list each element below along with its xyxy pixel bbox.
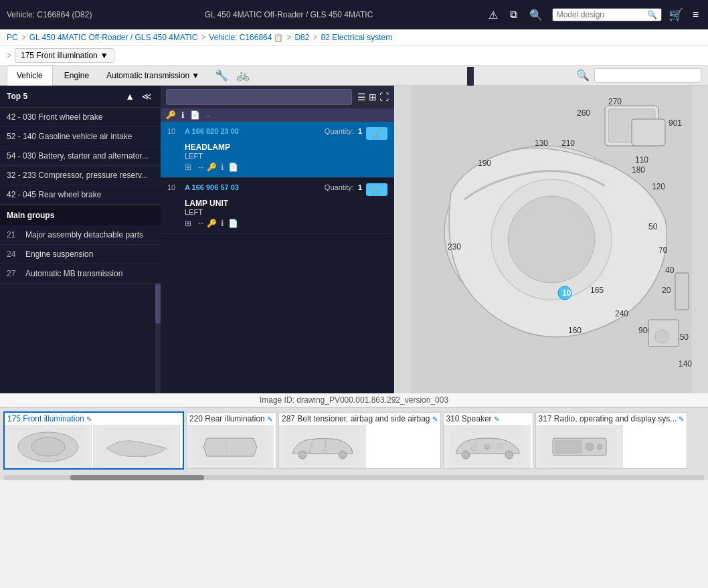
doc-icon[interactable]: 📄 — [190, 110, 200, 120]
thumb-220-edit-icon[interactable]: ✎ — [267, 415, 272, 423]
part-2-cart-btn[interactable]: 🛒 — [366, 183, 387, 196]
breadcrumb-second: > 175 Front illumination ▼ — [0, 46, 708, 66]
top5-header: Top 5 ▲ ≪ — [0, 86, 161, 108]
group-27[interactable]: 27 Automatic MB transmission — [0, 264, 161, 284]
thumb-310-label: 310 Speaker ✎ — [444, 413, 533, 425]
part-1-doc-icon[interactable]: 📄 — [228, 163, 238, 172]
top5-item-2[interactable]: 52 - 140 Gasoline vehicle air intake — [0, 127, 161, 146]
svg-text:180: 180 — [632, 165, 645, 175]
svg-text:190: 190 — [478, 159, 491, 168]
parts-search-input[interactable] — [166, 89, 352, 105]
thumb-287-edit-icon[interactable]: ✎ — [432, 415, 438, 423]
tab-vehicle[interactable]: Vehicle — [7, 66, 53, 86]
tab-search-input[interactable] — [594, 68, 701, 83]
scroll-indicator[interactable] — [3, 475, 705, 480]
cart-icon-btn[interactable]: 🛒 — [669, 7, 683, 22]
main-layout: Top 5 ▲ ≪ 42 - 030 Front wheel brake 52 … — [0, 86, 708, 393]
part-2-key-icon[interactable]: 🔑 — [207, 219, 217, 228]
part-2-grid-icon[interactable]: ⊞ — [185, 219, 191, 228]
key-icon[interactable]: 🔑 — [166, 110, 176, 120]
model-label: GL 450 4MATIC Off-Roader / GLS 450 4MATI… — [102, 10, 475, 19]
thumbnail-317[interactable]: 317 Radio, operating and display sys... … — [535, 412, 688, 469]
warning-icon-btn[interactable]: ⚠ — [486, 7, 501, 23]
part-1-grid-icon[interactable]: ⊞ — [185, 163, 191, 172]
top5-item-1[interactable]: 42 - 030 Front wheel brake — [0, 108, 161, 127]
info-icon[interactable]: ℹ — [181, 110, 185, 120]
thumb-310-img[interactable] — [444, 425, 531, 468]
thumb-175-img2[interactable] — [93, 425, 180, 468]
thumb-220-img[interactable] — [187, 425, 274, 468]
tool-icon-1[interactable]: 🔧 — [213, 68, 230, 83]
top5-close-btn[interactable]: ≪ — [140, 91, 154, 102]
top5-collapse-btn[interactable]: ▲ — [123, 91, 137, 102]
thumb-287-label: 287 Belt tensioner, airbag and side airb… — [279, 413, 440, 425]
thumbnails-section: 175 Front illumination ✎ — [0, 407, 708, 480]
more-icon-btn[interactable]: ≡ — [690, 7, 701, 22]
svg-text:130: 130 — [535, 138, 548, 148]
svg-text:120: 120 — [652, 182, 665, 191]
thumb-220-label: 220 Rear illumination ✎ — [187, 413, 276, 425]
thumbnail-287[interactable]: 287 Belt tensioner, airbag and side airb… — [278, 412, 441, 469]
svg-point-45 — [462, 451, 470, 459]
group-21[interactable]: 21 Major assembly detachable parts — [0, 225, 161, 245]
top5-item-4[interactable]: 32 - 233 Compressor, pressure reserv... — [0, 166, 161, 185]
copy-vehicle-icon[interactable]: 📋 — [274, 33, 283, 42]
part-item-2[interactable]: 10 A 166 906 57 03 Quantity: 1 🛒 LAMP UN… — [161, 178, 394, 234]
grid-view-btn[interactable]: ⊞ — [369, 92, 377, 102]
svg-text:230: 230 — [448, 242, 461, 252]
thumbnail-220[interactable]: 220 Rear illumination ✎ — [186, 412, 276, 469]
list-view-btn[interactable]: ☰ — [357, 92, 366, 102]
thumb-317-edit-icon[interactable]: ✎ — [679, 415, 684, 423]
tab-automatic-transmission[interactable]: Automatic transmission ▼ — [100, 66, 205, 85]
scroll-thumb[interactable] — [70, 475, 204, 480]
breadcrumb-vehicle[interactable]: Vehicle: C166864 — [209, 33, 272, 42]
breadcrumb-sep2: > — [7, 51, 11, 60]
group-24[interactable]: 24 Engine suspension — [0, 245, 161, 264]
svg-rect-53 — [555, 440, 582, 454]
part-1-info-icon[interactable]: ℹ — [221, 163, 224, 172]
tool-icon-2[interactable]: 🚲 — [235, 68, 251, 83]
main-groups-header: Main groups — [0, 205, 161, 225]
parts-scroll: 10 A 166 820 23 00 Quantity: 1 🛒 HEADLAM… — [161, 122, 394, 393]
part-1-cart-btn[interactable]: 🛒 — [366, 127, 387, 140]
svg-rect-32 — [675, 273, 689, 310]
tab-extra-icons: 🔧 🚲 — [213, 68, 251, 83]
thumbnail-175[interactable]: 175 Front illumination ✎ — [3, 411, 184, 470]
parts-list: ☰ ⊞ ⛶ 🔑 ℹ 📄 -- 10 A 166 820 23 00 Quanti… — [161, 86, 395, 393]
breadcrumb-model[interactable]: GL 450 4MATIC Off-Roader / GLS 450 4MATI… — [29, 33, 198, 42]
thumb-175-img1[interactable] — [5, 425, 92, 468]
tab-search-icon-btn[interactable]: 🔍 — [575, 68, 591, 83]
part-1-key-icon[interactable]: 🔑 — [207, 163, 217, 172]
svg-point-49 — [471, 446, 476, 451]
thumb-310-edit-icon[interactable]: ✎ — [494, 415, 499, 423]
breadcrumb: PC > GL 450 4MATIC Off-Roader / GLS 450 … — [0, 29, 708, 46]
svg-text:160: 160 — [568, 326, 582, 335]
svg-text:240: 240 — [615, 309, 628, 318]
copy-icon-btn[interactable]: ⧉ — [507, 7, 520, 22]
svg-text:901: 901 — [669, 118, 682, 128]
tab-engine[interactable]: Engine — [54, 66, 99, 85]
top5-item-3[interactable]: 54 - 030 Battery, starter and alternator… — [0, 146, 161, 166]
thumb-317-img[interactable] — [536, 425, 623, 468]
part-2-info-icon[interactable]: ℹ — [221, 219, 224, 228]
breadcrumb-d82[interactable]: D82 — [294, 33, 309, 42]
breadcrumb-electrical[interactable]: 82 Electrical system — [321, 33, 392, 42]
thumbnail-310[interactable]: 310 Speaker ✎ — [443, 412, 533, 469]
top5-item-5[interactable]: 42 - 045 Rear wheel brake — [0, 185, 161, 205]
model-search-input[interactable] — [557, 10, 644, 19]
svg-point-50 — [498, 443, 503, 448]
svg-text:40: 40 — [665, 266, 675, 275]
breadcrumb-pc[interactable]: PC — [7, 33, 18, 42]
expand-view-btn[interactable]: ⛶ — [379, 92, 389, 102]
vehicle-label: Vehicle: C166864 (D82) — [7, 10, 92, 19]
front-illumination-dropdown[interactable]: 175 Front illumination ▼ — [15, 48, 114, 63]
svg-point-54 — [586, 443, 594, 451]
part-item-1[interactable]: 10 A 166 820 23 00 Quantity: 1 🛒 HEADLAM… — [161, 122, 394, 178]
part-2-doc-icon[interactable]: 📄 — [228, 219, 238, 228]
thumb-175-edit-icon[interactable]: ✎ — [86, 415, 92, 423]
search-toggle-btn[interactable]: 🔍 — [527, 7, 545, 23]
thumbnails-bar: 175 Front illumination ✎ — [0, 408, 708, 473]
part-1-icons: ⊞ -- 🔑 ℹ 📄 — [185, 163, 387, 172]
thumb-287-img[interactable] — [279, 425, 366, 468]
svg-rect-6 — [632, 119, 665, 146]
